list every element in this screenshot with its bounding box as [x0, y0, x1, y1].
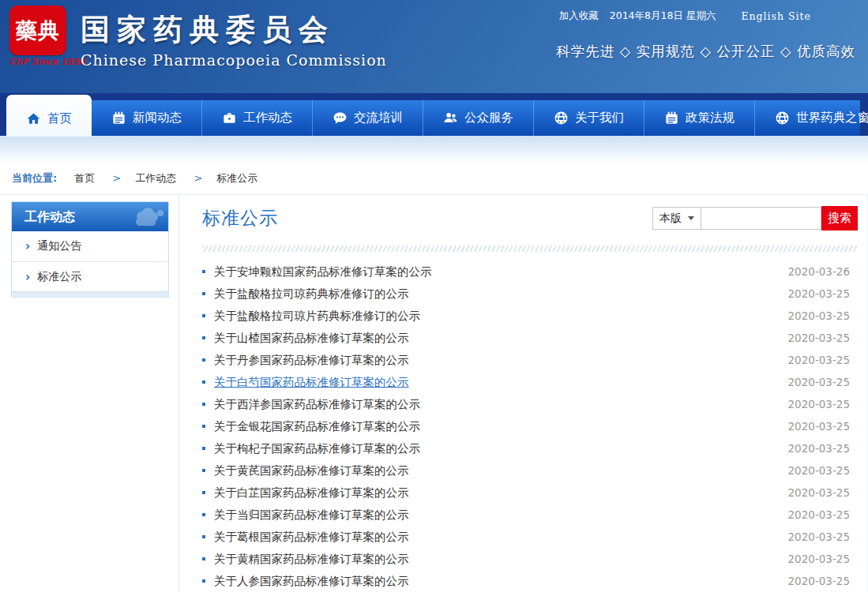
bullet-icon: [202, 535, 205, 538]
bullet-icon: [202, 491, 205, 494]
announcement-date: 2020-03-25: [788, 398, 858, 410]
breadcrumb-item[interactable]: >首页: [74, 172, 109, 184]
announcement-link[interactable]: 关于枸杞子国家药品标准修订草案的公示: [214, 441, 420, 456]
search-input[interactable]: [701, 207, 821, 230]
nav-tab[interactable]: 交流培训: [312, 100, 423, 136]
announcement-link[interactable]: 关于当归国家药品标准修订草案的公示: [214, 508, 409, 523]
sidebar-item[interactable]: › 通知公告: [12, 231, 168, 261]
list-item: 关于盐酸格拉司琼药典标准修订的公示 2020-03-25: [202, 283, 858, 305]
announcement-date: 2020-03-25: [788, 354, 858, 366]
site-logo[interactable]: 藥典 ChP Since 1950: [9, 6, 85, 67]
sidebar-item[interactable]: › 标准公示: [12, 261, 168, 291]
nav-tab-label: 关于我们: [575, 110, 624, 126]
content-area: 工作动态 › 通知公告 › 标准公示 标准公示: [0, 195, 868, 562]
breadcrumb-label: 当前位置:: [12, 171, 57, 186]
announcement-link[interactable]: 关于盐酸格拉司琼片药典标准修订的公示: [214, 309, 420, 324]
nav-tab-label: 首页: [47, 111, 72, 127]
calendar-icon: [111, 111, 126, 126]
english-site-link[interactable]: English Site: [741, 10, 811, 22]
list-item: 关于白芷国家药品标准修订草案的公示 2020-03-25: [202, 482, 858, 504]
bullet-icon: [202, 557, 205, 560]
announcement-list: 关于安坤颗粒国家药品标准修订草案的公示 2020-03-26 关于盐酸格拉司琼药…: [202, 261, 858, 592]
header-date: 2014年8月18日 星期六: [610, 9, 716, 23]
sidebar-item-label: 标准公示: [37, 270, 81, 284]
breadcrumb-items: >首页 >工作动态 >标准公示: [74, 171, 272, 186]
breadcrumb-item[interactable]: >工作动态: [112, 172, 190, 184]
list-item: 关于当归国家药品标准修订草案的公示 2020-03-25: [202, 504, 858, 526]
site-title-en: Chinese Pharmacopoeia Commission: [81, 51, 387, 69]
nav-bar: 首页 新闻动态 工作动态 交流培训 公众服务: [6, 100, 860, 136]
announcement-link[interactable]: 关于盐酸格拉司琼药典标准修订的公示: [214, 287, 409, 302]
nav-tab[interactable]: 公众服务: [423, 100, 533, 136]
users-icon: [443, 111, 458, 126]
announcement-date: 2020-03-25: [788, 309, 858, 322]
bullet-icon: [202, 358, 205, 362]
breadcrumb-separator: >: [194, 172, 202, 184]
announcement-date: 2020-03-25: [788, 575, 858, 587]
briefcase-icon: [222, 111, 237, 126]
page-title: 标准公示: [202, 206, 278, 231]
bullet-icon: [202, 579, 205, 583]
announcement-date: 2020-03-25: [788, 553, 858, 565]
list-item: 关于山楂国家药品标准修订草案的公示 2020-03-25: [202, 327, 858, 349]
list-item: 关于金银花国家药品标准修订草案的公示 2020-03-25: [202, 415, 858, 437]
bullet-icon: [202, 447, 205, 450]
announcement-link[interactable]: 关于安坤颗粒国家药品标准修订草案的公示: [214, 264, 432, 279]
nav-tab[interactable]: 世界药典之窗: [754, 100, 868, 136]
search-category-select[interactable]: 本版: [652, 207, 701, 230]
header-slogan: 科学先进 ◇ 实用规范 ◇ 公开公正 ◇ 优质高效: [556, 42, 855, 61]
nav-tab[interactable]: 关于我们: [533, 100, 644, 136]
announcement-link[interactable]: 关于黄精国家药品标准修订草案的公示: [214, 552, 409, 567]
announcement-link[interactable]: 关于西洋参国家药品标准修订草案的公示: [214, 397, 420, 412]
announcement-link[interactable]: 关于丹参国家药品标准修订草案的公示: [214, 353, 409, 368]
seal-logo-icon: 藥典: [9, 6, 66, 55]
list-item: 关于葛根国家药品标准修订草案的公示 2020-03-25: [202, 526, 858, 548]
bullet-icon: [202, 425, 205, 428]
announcement-date: 2020-03-25: [788, 332, 858, 344]
arrow-icon: ›: [25, 239, 30, 253]
announcement-link[interactable]: 关于白芍国家药品标准修订草案的公示: [214, 375, 409, 390]
sidebar-title: 工作动态: [12, 202, 168, 231]
bullet-icon: [202, 292, 205, 295]
nav-tab[interactable]: 首页: [6, 95, 92, 137]
add-favorite-link[interactable]: 加入收藏: [559, 9, 599, 23]
announcement-link[interactable]: 关于金银花国家药品标准修订草案的公示: [214, 419, 420, 434]
header-top-links: 加入收藏 2014年8月18日 星期六 English Site: [559, 9, 811, 23]
announcement-date: 2020-03-25: [788, 486, 858, 499]
announcement-link[interactable]: 关于葛根国家药品标准修订草案的公示: [214, 530, 409, 545]
nav-tab-label: 新闻动态: [133, 110, 182, 126]
list-item: 关于安坤颗粒国家药品标准修订草案的公示 2020-03-26: [202, 261, 858, 283]
bullet-icon: [202, 380, 205, 384]
globe-icon: [775, 111, 790, 126]
announcement-link[interactable]: 关于黄芪国家药品标准修订草案的公示: [214, 463, 409, 478]
nav-tab[interactable]: 工作动态: [201, 100, 312, 136]
nav-tab[interactable]: 新闻动态: [92, 100, 201, 136]
main-header: 标准公示 本版 搜索: [202, 206, 858, 231]
announcement-date: 2020-03-25: [788, 376, 858, 388]
bullet-icon: [202, 270, 205, 273]
search-bar: 本版 搜索: [652, 206, 858, 231]
arrow-icon: ›: [25, 270, 30, 284]
announcement-date: 2020-03-25: [788, 530, 858, 543]
bullet-icon: [202, 403, 205, 406]
sidebar-footer-strip: [11, 292, 169, 298]
bullet-icon: [202, 469, 205, 472]
caret-down-icon: [688, 216, 694, 220]
nav-tab-label: 政策法规: [686, 110, 735, 126]
nav-lower-strip: [0, 136, 868, 162]
site-title: 国家药典委员会 Chinese Pharmacopoeia Commission: [81, 10, 387, 69]
announcement-link[interactable]: 关于白芷国家药品标准修订草案的公示: [214, 485, 409, 500]
announcement-link[interactable]: 关于山楂国家药品标准修订草案的公示: [214, 331, 409, 346]
globe-icon: [554, 111, 569, 126]
main-navigation: 首页 新闻动态 工作动态 交流培训 公众服务: [0, 93, 868, 136]
list-item: 关于人参国家药品标准修订草案的公示 2020-03-25: [202, 570, 858, 592]
bullet-icon: [202, 314, 205, 317]
search-button[interactable]: 搜索: [821, 206, 858, 231]
announcement-link[interactable]: 关于人参国家药品标准修订草案的公示: [214, 574, 409, 589]
nav-tab-label: 工作动态: [243, 110, 292, 126]
list-item: 关于黄精国家药品标准修订草案的公示 2020-03-25: [202, 548, 858, 570]
left-column: 工作动态 › 通知公告 › 标准公示: [0, 195, 178, 298]
bullet-icon: [202, 336, 205, 339]
breadcrumb-item[interactable]: >标准公示: [194, 172, 272, 184]
nav-tab[interactable]: 政策法规: [644, 100, 754, 136]
